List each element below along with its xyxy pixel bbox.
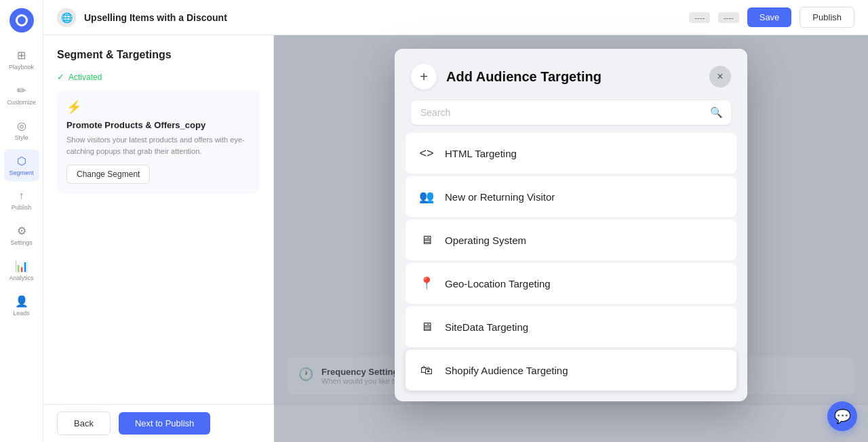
search-input[interactable] — [411, 100, 731, 125]
close-icon: × — [717, 71, 723, 83]
modal-item-sitedata[interactable]: 🖥 SiteData Targeting — [406, 306, 736, 347]
sidebar-item-playbook[interactable]: ⊞ Playbook — [4, 43, 39, 76]
sitedata-label: SiteData Targeting — [445, 321, 528, 333]
sidebar-item-settings[interactable]: ⚙ Settings — [4, 219, 39, 252]
modal-item-geo-location[interactable]: 📍 Geo-Location Targeting — [406, 263, 736, 304]
plus-icon: + — [420, 69, 428, 85]
segment-card: ⚡ Promote Products & Offers_copy Show vi… — [57, 90, 260, 193]
search-icon: 🔍 — [710, 106, 723, 119]
publish-button[interactable]: Publish — [800, 7, 854, 28]
modal-list: <> HTML Targeting 👥 New or Returning Vis… — [395, 133, 747, 401]
modal-item-shopify[interactable]: 🛍 Shopify Audience Targeting — [406, 350, 736, 390]
modal-item-new-returning[interactable]: 👥 New or Returning Visitor — [406, 176, 736, 217]
sitedata-icon: 🖥 — [418, 320, 435, 334]
sidebar-label-playbook: Playbook — [9, 64, 34, 71]
html-targeting-label: HTML Targeting — [445, 148, 517, 159]
customize-icon: ✏ — [17, 84, 26, 97]
save-button[interactable]: Save — [747, 7, 792, 27]
pill-1: ---- — [689, 12, 710, 23]
style-icon: ◎ — [17, 119, 26, 132]
modal-overlay: + Add Audience Targeting × 🔍 — [274, 35, 868, 442]
segment-icon: ⬡ — [17, 155, 26, 167]
playbook-icon: ⊞ — [17, 49, 26, 62]
shopify-label: Shopify Audience Targeting — [445, 365, 568, 376]
location-pin-icon: 📍 — [418, 276, 435, 291]
sidebar-item-leads[interactable]: 👤 Leads — [4, 289, 39, 322]
page-title: Upselling Items with a Discount — [84, 12, 681, 23]
new-returning-label: New or Returning Visitor — [445, 191, 555, 203]
shopify-icon: 🛍 — [418, 363, 435, 378]
visitors-icon: 👥 — [418, 189, 435, 204]
topbar: 🌐 Upselling Items with a Discount ---- -… — [43, 0, 868, 35]
sidebar-item-style[interactable]: ◎ Style — [4, 114, 39, 146]
panel-title: Segment & Targetings — [57, 49, 260, 61]
segment-card-title: Promote Products & Offers_copy — [66, 120, 250, 130]
modal-plus-button[interactable]: + — [411, 64, 437, 89]
back-button[interactable]: Back — [57, 411, 111, 435]
modal-item-html-targeting[interactable]: <> HTML Targeting — [406, 133, 736, 174]
sidebar-label-publish: Publish — [12, 204, 32, 211]
modal-close-button[interactable]: × — [709, 66, 731, 87]
chat-button[interactable]: 💬 — [827, 401, 857, 431]
operating-system-label: Operating System — [445, 235, 526, 246]
modal-header: + Add Audience Targeting × — [395, 49, 747, 100]
leads-icon: 👤 — [15, 295, 28, 308]
analytics-icon: 📊 — [15, 260, 28, 273]
modal-title: Add Audience Targeting — [446, 69, 700, 85]
sidebar-label-leads: Leads — [13, 310, 30, 317]
geo-location-label: Geo-Location Targeting — [445, 278, 551, 289]
code-icon: <> — [418, 146, 435, 161]
pill-2: ---- — [718, 12, 739, 23]
sidebar-item-segment[interactable]: ⬡ Segment — [4, 149, 39, 182]
sidebar-item-customize[interactable]: ✏ Customize — [4, 79, 39, 111]
main-content: Segment & Targetings ✓ Activated ⚡ Promo… — [43, 35, 868, 442]
sidebar-label-customize: Customize — [7, 99, 36, 106]
sidebar-label-style: Style — [14, 134, 28, 141]
activated-text: Activated — [68, 73, 102, 82]
settings-icon: ⚙ — [17, 224, 26, 237]
chat-icon: 💬 — [834, 408, 851, 424]
sidebar-item-analytics[interactable]: 📊 Analytics — [4, 254, 39, 287]
sidebar-label-segment: Segment — [9, 169, 33, 176]
modal-search: 🔍 — [411, 100, 731, 125]
left-panel: Segment & Targetings ✓ Activated ⚡ Promo… — [43, 35, 274, 442]
next-to-publish-button[interactable]: Next to Publish — [119, 412, 210, 435]
activated-check-icon: ✓ — [57, 72, 64, 82]
segment-card-description: Show visitors your latest products and o… — [66, 134, 250, 157]
change-segment-button[interactable]: Change Segment — [66, 165, 150, 184]
sidebar-item-publish[interactable]: ↑ Publish — [4, 184, 39, 216]
monitor-icon: 🖥 — [418, 233, 435, 247]
modal-dialog: + Add Audience Targeting × 🔍 — [395, 49, 747, 401]
sidebar-label-settings: Settings — [10, 239, 33, 246]
publish-icon: ↑ — [19, 190, 24, 202]
right-panel: 🕐 Frequency Settings When would you like… — [274, 35, 868, 442]
app-logo[interactable] — [9, 8, 34, 33]
modal-item-operating-system[interactable]: 🖥 Operating System — [406, 220, 736, 260]
sidebar-label-analytics: Analytics — [9, 275, 33, 281]
sidebar: ⊞ Playbook ✏ Customize ◎ Style ⬡ Segment… — [0, 0, 43, 442]
globe-icon: 🌐 — [57, 8, 76, 27]
activated-badge: ✓ Activated — [57, 72, 260, 82]
lightning-icon: ⚡ — [66, 100, 250, 115]
